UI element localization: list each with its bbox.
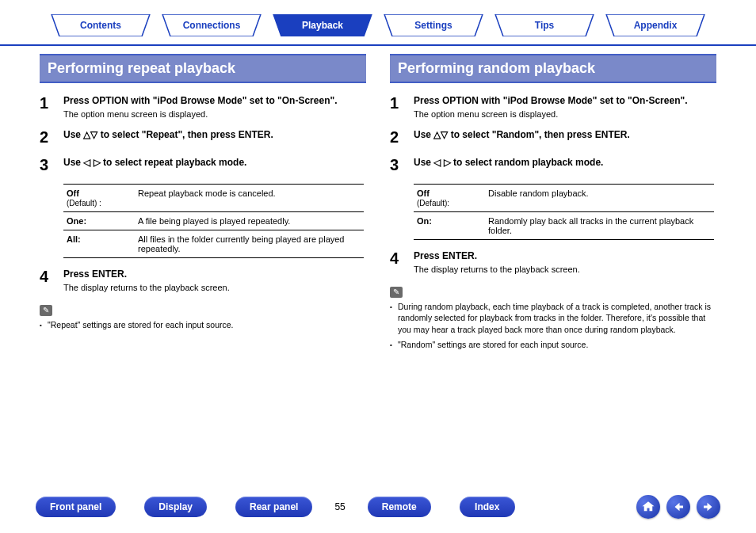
triangle-up-down-icon: △▽ xyxy=(433,129,448,140)
step-title: Use ◁ ▷ to select random playback mode. xyxy=(414,156,716,169)
table-row: All: All files in the folder currently b… xyxy=(63,230,364,257)
rear-panel-button[interactable]: Rear panel xyxy=(235,497,312,517)
left-column: Performing repeat playback 1 Press OPTIO… xyxy=(40,54,366,353)
display-button[interactable]: Display xyxy=(144,497,207,517)
step-subtext: The display returns to the playback scre… xyxy=(63,283,366,292)
opt-key: All: xyxy=(63,230,135,257)
pencil-icon: ✎ xyxy=(40,305,52,316)
tab-label: Connections xyxy=(183,20,241,31)
step-number: 4 xyxy=(390,249,404,274)
step-subtext: The option menu screen is displayed. xyxy=(414,109,716,119)
step-3: 3 Use ◁ ▷ to select repeat playback mode… xyxy=(40,156,366,174)
table-row: One: A file being played is played repea… xyxy=(63,211,364,230)
home-icon[interactable] xyxy=(636,495,660,519)
triangle-up-down-icon: △▽ xyxy=(83,129,97,140)
opt-val: A file being played is played repeatedly… xyxy=(135,211,364,230)
opt-key: Off xyxy=(417,188,430,198)
step-title: Press ENTER. xyxy=(414,249,716,263)
step-1: 1 Press OPTION with "iPod Browse Mode" s… xyxy=(40,94,366,119)
section-header-repeat: Performing repeat playback xyxy=(40,54,366,83)
step-4: 4 Press ENTER. The display returns to th… xyxy=(40,268,366,292)
step-3: 3 Use ◁ ▷ to select random playback mode… xyxy=(390,156,716,174)
opt-key-sub: (Default): xyxy=(417,199,449,207)
tab-playback[interactable]: Playback xyxy=(267,14,378,36)
step-number: 1 xyxy=(390,94,404,119)
step-number: 1 xyxy=(40,94,54,119)
step-1: 1 Press OPTION with "iPod Browse Mode" s… xyxy=(390,94,716,119)
opt-val: Repeat playback mode is canceled. xyxy=(135,184,364,211)
note-item: During random playback, each time playba… xyxy=(390,301,716,336)
note-item: "Random" settings are stored for each in… xyxy=(390,339,716,351)
tab-connections[interactable]: Connections xyxy=(156,14,267,36)
front-panel-button[interactable]: Front panel xyxy=(36,497,116,517)
page-number: 55 xyxy=(334,501,345,512)
options-table: Off(Default): Disable random playback. O… xyxy=(414,184,714,240)
notes-list: "Repeat" settings are stored for each in… xyxy=(40,319,366,331)
step-title: Use ◁ ▷ to select repeat playback mode. xyxy=(63,156,366,169)
step-number: 2 xyxy=(390,128,404,147)
tab-contents[interactable]: Contents xyxy=(45,14,156,36)
step-4: 4 Press ENTER. The display returns to th… xyxy=(390,249,716,274)
bottom-bar: Front panel Display Rear panel 55 Remote… xyxy=(0,495,756,519)
prev-page-icon[interactable] xyxy=(666,495,690,519)
section-header-random: Performing random playback xyxy=(390,54,716,83)
right-column: Performing random playback 1 Press OPTIO… xyxy=(390,54,716,353)
table-row: Off(Default): Disable random playback. xyxy=(414,184,714,211)
tab-label: Appendix xyxy=(634,20,678,31)
tab-settings[interactable]: Settings xyxy=(378,14,489,36)
step-subtext: The display returns to the playback scre… xyxy=(414,265,716,274)
triangle-left-right-icon: ◁ ▷ xyxy=(83,157,100,168)
index-button[interactable]: Index xyxy=(460,497,515,517)
step-2: 2 Use △▽ to select "Random", then press … xyxy=(390,128,716,147)
opt-key: Off xyxy=(67,188,79,198)
step-number: 2 xyxy=(40,128,54,147)
tab-label: Settings xyxy=(414,20,452,31)
top-nav: Contents Connections Playback Settings T… xyxy=(0,0,756,46)
tab-tips[interactable]: Tips xyxy=(489,14,600,36)
step-number: 3 xyxy=(40,156,54,174)
opt-key: On: xyxy=(414,211,485,239)
pencil-icon: ✎ xyxy=(390,287,403,298)
tab-appendix[interactable]: Appendix xyxy=(600,14,711,36)
opt-key-sub: (Default) : xyxy=(67,199,101,207)
step-2: 2 Use △▽ to select "Repeat", then press … xyxy=(40,128,366,147)
step-title: Press OPTION with "iPod Browse Mode" set… xyxy=(63,94,366,108)
step-title: Press ENTER. xyxy=(63,268,366,281)
opt-key: One: xyxy=(63,211,135,230)
table-row: Off(Default) : Repeat playback mode is c… xyxy=(63,184,364,211)
step-title: Use △▽ to select "Repeat", then press EN… xyxy=(63,128,366,142)
tab-label: Tips xyxy=(535,20,554,31)
options-table: Off(Default) : Repeat playback mode is c… xyxy=(63,184,364,258)
opt-val: All files in the folder currently being … xyxy=(135,230,364,257)
tab-label: Contents xyxy=(80,20,121,31)
step-number: 4 xyxy=(40,268,54,292)
step-number: 3 xyxy=(390,156,404,174)
opt-val: Disable random playback. xyxy=(485,184,714,211)
remote-button[interactable]: Remote xyxy=(368,497,431,517)
notes-list: During random playback, each time playba… xyxy=(390,301,716,351)
step-subtext: The option menu screen is displayed. xyxy=(63,109,366,119)
next-page-icon[interactable] xyxy=(697,495,720,519)
opt-val: Randomly play back all tracks in the cur… xyxy=(485,211,714,239)
table-row: On: Randomly play back all tracks in the… xyxy=(414,211,714,239)
step-title: Use △▽ to select "Random", then press EN… xyxy=(414,128,716,142)
tab-label: Playback xyxy=(302,20,343,31)
triangle-left-right-icon: ◁ ▷ xyxy=(433,157,450,168)
nav-icons xyxy=(636,495,720,519)
main-content: Performing repeat playback 1 Press OPTIO… xyxy=(0,46,756,353)
step-title: Press OPTION with "iPod Browse Mode" set… xyxy=(414,94,716,108)
note-item: "Repeat" settings are stored for each in… xyxy=(40,319,366,331)
